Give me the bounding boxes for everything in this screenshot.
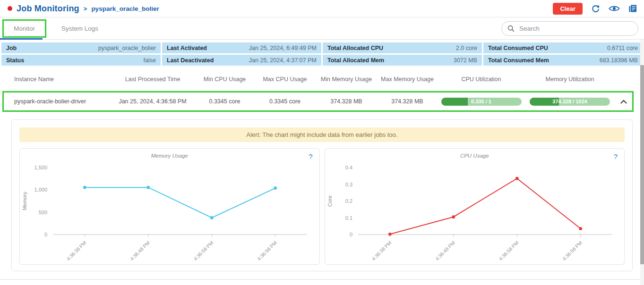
tab-monitor[interactable]: Monitor [2,19,46,38]
summary-value: false [144,57,156,64]
breadcrumb-separator-icon: > [84,5,87,12]
summary-label: Total Allocated CPU [327,45,383,51]
summary-value: Jan 25, 2024, 6:49:49 PM [249,45,317,51]
instance-min-cpu: 0.3345 core [195,98,254,105]
search-box[interactable] [501,21,638,36]
memory-utilization-bar-label: 374.328 / 1024 [530,98,610,106]
svg-text:4:36:58 PM: 4:36:58 PM [192,240,214,261]
memory-utilization-bar: 374.328 / 1024 [530,98,610,106]
summary-cell-total-allocated-cpu: Total Allocated CPU 2.0 core [323,42,482,53]
bottom-divider [0,279,644,280]
column-header-max-mem: Max Memory Usage [377,76,438,83]
charts-row: Memory Usage ? 05001,0001,500Memory4:36:… [19,148,625,265]
summary-cell-total-allocated-mem: Total Allocated Mem 3072 MB [323,55,482,66]
svg-text:4:36:38 PM: 4:36:38 PM [370,240,392,261]
summary-label: Total Allocated Mem [327,57,384,64]
column-header-instance-name: Instance Name [4,76,110,83]
svg-text:0.3: 0.3 [345,182,352,187]
collapse-row-button[interactable] [615,100,632,104]
cpu-usage-chart: CPU Usage ? 00.10.20.30.4Core4:36:38 PM4… [325,148,625,265]
column-header-min-cpu: Min CPU Usage [195,76,254,83]
search-icon [507,25,515,32]
summary-value: 0.6711 core [607,45,638,51]
active-tab-underline [0,38,43,40]
summary-cell-status: Status false [1,55,161,66]
tab-system-logs[interactable]: System Logs [61,25,98,32]
svg-text:1,000: 1,000 [34,187,47,193]
svg-text:0.1: 0.1 [345,215,352,221]
eye-icon[interactable] [609,5,620,12]
summary-label: Total Consumed Mem [488,57,549,64]
tab-bar: Monitor System Logs [0,17,644,40]
svg-text:4:36:48 PM: 4:36:48 PM [434,240,455,261]
summary-label: Last Activated [167,45,207,51]
summary-cell-total-consumed-mem: Total Consumed Mem 683.18396 MB [483,55,643,66]
cpu-utilization-bar-label: 0.335 / 1 [441,98,522,106]
svg-text:4:36:58 PM: 4:36:58 PM [498,240,519,261]
svg-text:4:36:58 PM: 4:36:58 PM [561,240,583,261]
memory-chart-plot: 05001,0001,500Memory4:36:38 PM4:36:48 PM… [20,164,319,264]
summary-cell-total-consumed-cpu: Total Consumed CPU 0.6711 core [483,42,643,53]
help-icon[interactable]: ? [309,152,312,160]
chevron-up-icon [620,100,627,104]
instance-max-cpu: 0.3345 core [254,98,316,105]
instance-min-mem: 374.328 MB [316,98,377,105]
svg-text:4:36:38 PM: 4:36:38 PM [65,240,87,261]
search-input[interactable] [518,25,632,33]
column-header-memory-utilization: Memory Utilization [525,76,615,83]
top-bar: Job Monitoring > pyspark_oracle_bolier C… [0,0,644,17]
svg-text:0.2: 0.2 [345,198,352,204]
help-icon[interactable]: ? [614,152,618,160]
summary-cell-last-activated: Last Activated Jan 25, 2024, 6:49:49 PM [162,42,321,53]
instance-table-row[interactable]: pyspark-oracle-bolier-driver Jan 25, 202… [2,91,634,112]
summary-label: Last Deactivated [167,57,214,64]
svg-text:0.4: 0.4 [345,165,352,170]
svg-text:1,500: 1,500 [34,165,47,170]
summary-value: 2.0 core [456,45,477,51]
summary-label: Job [6,45,17,51]
top-bar-actions: Clear [553,3,637,15]
instance-table-header: Instance Name Last Processed Time Min CP… [0,69,644,89]
chart-title: CPU Usage [325,149,625,159]
summary-value: 683.18396 MB [600,57,638,64]
status-dot-icon [8,6,12,11]
clear-button[interactable]: Clear [553,3,583,15]
instance-max-mem: 374.328 MB [377,98,438,105]
breadcrumb[interactable]: pyspark_oracle_bolier [91,5,159,12]
column-header-min-mem: Min Memory Usage [316,76,377,83]
scrollbar-thumb[interactable] [640,65,644,264]
svg-text:Memory: Memory [22,192,27,210]
summary-value: pyspark_oracle_bolier [98,45,156,51]
logs-icon[interactable] [628,4,637,13]
svg-text:4:36:48 PM: 4:36:48 PM [129,240,151,261]
alert-banner: Alert: The chart might include data from… [19,127,625,142]
summary-value: 3072 MB [454,57,477,64]
page-title: Job Monitoring [17,4,79,14]
cpu-utilization-bar: 0.335 / 1 [441,98,522,106]
job-summary-grid: Job pyspark_oracle_bolier Last Activated… [0,42,644,66]
refresh-icon[interactable] [591,4,601,14]
charts-panel: Alert: The chart might include data from… [11,119,633,271]
summary-value: Jan 25, 2024, 4:37:07 PM [249,57,317,64]
svg-text:Core: Core [327,195,333,207]
summary-label: Total Consumed CPU [488,45,548,51]
instance-last-processed: Jan 25, 2024, 4:36:58 PM [110,98,195,105]
memory-usage-chart: Memory Usage ? 05001,0001,500Memory4:36:… [19,148,320,265]
svg-text:0: 0 [44,232,47,237]
column-header-cpu-utilization: CPU Utilization [438,76,525,83]
column-header-max-cpu: Max CPU Usage [254,76,316,83]
summary-cell-last-deactivated: Last Deactivated Jan 25, 2024, 4:37:07 P… [162,55,321,66]
instance-name: pyspark-oracle-bolier-driver [4,98,110,105]
svg-text:500: 500 [39,210,47,215]
svg-text:0: 0 [349,232,352,237]
column-header-last-processed-time: Last Processed Time [110,76,195,83]
cpu-chart-plot: 00.10.20.30.4Core4:36:38 PM4:36:48 PM4:3… [325,164,625,264]
svg-text:4:36:58 PM: 4:36:58 PM [256,240,278,261]
summary-cell-job: Job pyspark_oracle_bolier [1,42,161,53]
chart-title: Memory Usage [20,149,319,159]
summary-label: Status [6,57,24,64]
